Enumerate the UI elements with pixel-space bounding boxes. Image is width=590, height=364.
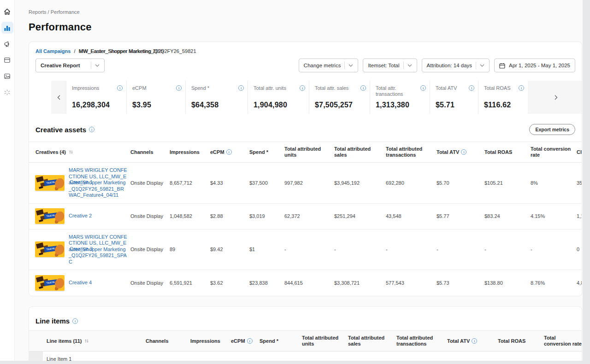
cell-impressions: 1,048,582	[170, 213, 210, 219]
cell-atv: $5.77	[437, 213, 484, 219]
creative-assets-header: Creative assets Export metrics	[29, 114, 582, 141]
column-impressions[interactable]: Impressions	[190, 338, 231, 344]
column-creatives[interactable]: Creatives (4)	[29, 149, 130, 155]
metric-card-impressions: Impressions 16,298,304	[66, 81, 126, 114]
cell-roas: -	[484, 247, 531, 252]
cell-sales: $3,308,721	[334, 280, 386, 286]
info-icon[interactable]	[117, 85, 123, 91]
column-atv[interactable]: Total ATV	[437, 149, 484, 155]
calendar-icon	[499, 63, 505, 69]
cell-sales: -	[334, 247, 386, 252]
column-line-items[interactable]: Line items (11)	[43, 338, 146, 344]
column-ecpm[interactable]: eCPM	[231, 338, 260, 344]
info-icon[interactable]	[89, 127, 94, 132]
metrics-scroll-left-button[interactable]	[51, 81, 66, 114]
itemset-dropdown[interactable]: Itemset: Total	[363, 59, 417, 72]
info-icon[interactable]	[176, 85, 182, 91]
creative-assets-table-header: Creatives (4) Channels Impressions eCPM …	[29, 141, 582, 163]
column-transactions[interactable]: Total attributed transactions	[386, 146, 437, 158]
page-title: Performance	[29, 21, 582, 33]
column-spend[interactable]: Spend *	[260, 338, 302, 344]
line-items-title: Line items	[35, 317, 70, 325]
cell-channel: Onsite Display	[130, 213, 170, 219]
cell-conversion: 4.15%	[531, 213, 577, 219]
creative-link[interactable]: MARS WRIGLEY CONFECTIONE US, LLC_MW_East…	[69, 167, 127, 198]
info-icon[interactable]	[461, 149, 466, 155]
metric-card-total-roas: Total ROAS $116.62	[478, 81, 528, 114]
info-icon[interactable]	[247, 338, 253, 344]
export-metrics-button[interactable]: Export metrics	[529, 124, 575, 135]
creative-thumbnail[interactable]: TASTE	[35, 241, 65, 257]
cell-conversion: 8%	[531, 180, 577, 186]
sidebar-item-reports[interactable]	[1, 22, 13, 34]
info-icon[interactable]	[226, 149, 232, 155]
chevron-down-icon	[407, 64, 412, 67]
info-icon[interactable]	[420, 85, 426, 91]
report-card: All Campaigns / MW_Easter_Shopper Market…	[29, 41, 582, 296]
info-icon[interactable]	[472, 338, 477, 344]
cell-clicks: 1,13	[577, 213, 582, 219]
creative-thumbnail[interactable]: TASTE	[35, 208, 65, 224]
cell-spend: $37,500	[249, 180, 284, 186]
line-items-card: Line items Line items (11) Channels Impr…	[29, 306, 582, 361]
info-icon[interactable]	[360, 85, 366, 91]
column-roas[interactable]: Total ROAS	[498, 338, 544, 344]
info-icon[interactable]	[238, 85, 244, 91]
table-row: TASTE MARS WRIGLEY CONFECTIONE US, LLC_M…	[29, 229, 582, 270]
info-icon[interactable]	[300, 85, 305, 91]
metrics-scroll-right-button[interactable]	[528, 81, 582, 114]
cell-atv: -	[437, 247, 484, 252]
sidebar-item-campaigns[interactable]	[1, 38, 13, 50]
cell-transactions: -	[386, 247, 437, 252]
row-expander-button[interactable]	[29, 352, 43, 361]
sidebar-item-home[interactable]	[1, 6, 13, 18]
megaphone-icon	[4, 41, 11, 47]
info-icon[interactable]	[72, 318, 78, 324]
column-conversion[interactable]: Total conversion rate	[544, 335, 582, 347]
cell-channel: Onsite Display	[130, 180, 170, 186]
column-ecpm[interactable]: eCPM	[210, 149, 249, 155]
creative-thumbnail[interactable]: TASTE	[35, 175, 65, 191]
cell-conversion: -	[531, 247, 577, 252]
column-atv[interactable]: Total ATV	[447, 338, 498, 344]
column-units[interactable]: Total attributed units	[302, 335, 348, 347]
cell-ecpm: $9.42	[210, 247, 249, 252]
column-sales[interactable]: Total attributed sales	[348, 335, 396, 347]
column-channels[interactable]: Channels	[146, 338, 190, 344]
creative-assets-title: Creative assets	[35, 126, 86, 134]
cell-roas: $105.21	[484, 180, 531, 186]
column-impressions[interactable]: Impressions	[170, 149, 210, 155]
column-conversion[interactable]: Total conversion rate	[531, 146, 577, 158]
sort-icon	[84, 339, 89, 343]
change-metrics-dropdown[interactable]: Change metrics	[299, 59, 359, 72]
column-sales[interactable]: Total attributed sales	[334, 146, 386, 158]
creative-link[interactable]: Creative 2	[69, 213, 92, 218]
sidebar-item-media[interactable]	[1, 70, 13, 82]
all-campaigns-link[interactable]: All Campaigns	[35, 48, 71, 54]
column-roas[interactable]: Total ROAS	[484, 149, 531, 155]
cell-channel: Onsite Display	[130, 280, 170, 286]
info-icon[interactable]	[469, 85, 474, 91]
cell-roas: $83.24	[484, 213, 531, 219]
creative-link[interactable]: MARS WRIGLEY CONFECTIONE US, LLC_MW_East…	[69, 234, 127, 264]
column-units[interactable]: Total attributed units	[284, 146, 334, 158]
metric-card-total-attr-units: Total attr. units 1,904,980	[248, 81, 309, 114]
browser-icon	[4, 57, 11, 64]
column-spend[interactable]: Spend *	[249, 149, 284, 155]
creative-thumbnail[interactable]: TASTE	[35, 275, 65, 291]
report-type-select[interactable]: Creative Report	[35, 59, 105, 72]
sidebar-item-pages[interactable]	[1, 54, 13, 66]
date-range-picker[interactable]: Apr 1, 2025 - May 1, 2025	[494, 59, 575, 72]
attribution-dropdown[interactable]: Attribution: 14 days	[422, 59, 490, 72]
cell-ecpm: $4.33	[210, 180, 249, 186]
column-channels[interactable]: Channels	[130, 149, 170, 155]
sidebar-item-spark[interactable]	[1, 86, 13, 98]
column-transactions[interactable]: Total attributed transactions	[396, 335, 447, 347]
chevron-down-icon	[95, 64, 100, 67]
info-icon[interactable]	[519, 85, 524, 91]
bar-chart-icon	[4, 24, 11, 31]
column-clicks[interactable]: Clicks	[577, 149, 582, 155]
cell-clicks: 35,	[577, 180, 582, 186]
metric-card-total-attr-transactions: Total attr. transactions 1,313,380	[370, 81, 430, 114]
creative-link[interactable]: Creative 4	[69, 280, 92, 285]
